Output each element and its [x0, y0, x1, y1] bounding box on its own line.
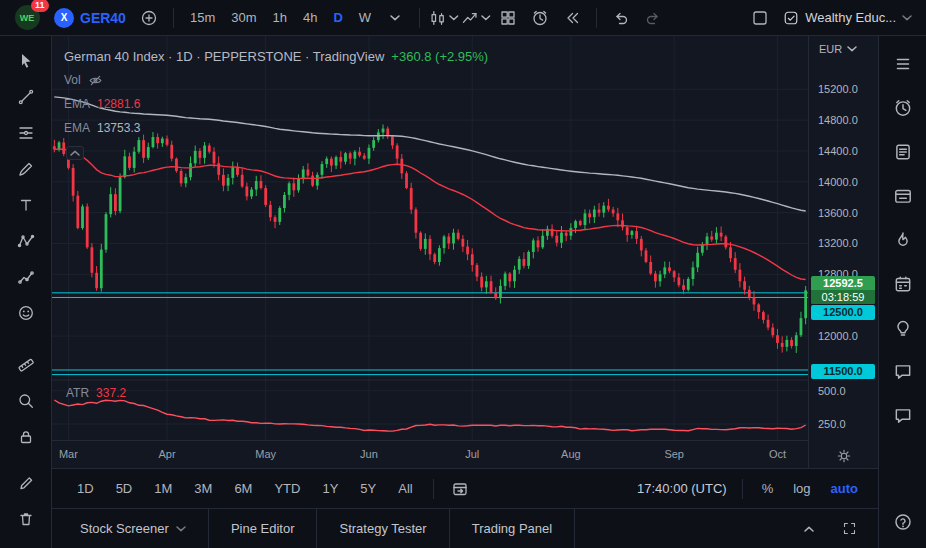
- panel-maximize-button[interactable]: [834, 515, 864, 543]
- xabcd-pattern-icon: [17, 232, 35, 250]
- chat-bubble-icon: [893, 406, 913, 426]
- range-ytd-button[interactable]: YTD: [265, 477, 309, 500]
- undo-button[interactable]: [606, 4, 636, 32]
- range-5d-button[interactable]: 5D: [107, 477, 142, 500]
- panel-tabs: Stock Screener Pine Editor Strategy Test…: [52, 508, 878, 548]
- multichart-layout-button[interactable]: [493, 4, 523, 32]
- calendar-button[interactable]: [885, 266, 921, 302]
- tab-stock-screener[interactable]: Stock Screener: [58, 509, 209, 548]
- timeframe-30m-button[interactable]: 30m: [224, 6, 263, 29]
- symbol-name: GER40: [80, 10, 126, 26]
- chevron-down-icon: [902, 15, 912, 21]
- tab-pine-editor[interactable]: Pine Editor: [209, 509, 318, 548]
- range-1m-button[interactable]: 1M: [145, 477, 181, 500]
- account-logo-button[interactable]: WE 11: [8, 4, 46, 32]
- layout-name-button[interactable]: Wealthy Educ...: [777, 7, 918, 29]
- measure-tool-button[interactable]: [9, 348, 43, 382]
- save-layout-button[interactable]: [745, 4, 775, 32]
- price-tick: 13600.0: [818, 206, 858, 220]
- timeframe-1d-button[interactable]: D: [326, 6, 349, 29]
- legend-volume-row[interactable]: Vol: [64, 68, 488, 92]
- toolbar-separator: [742, 479, 743, 499]
- alert-button[interactable]: [525, 4, 555, 32]
- clock-utc[interactable]: 17:40:00 (UTC): [637, 481, 727, 496]
- atr-legend[interactable]: ATR 337.2: [66, 386, 126, 400]
- chart-settings-button[interactable]: [836, 448, 852, 464]
- ruler-icon: [17, 356, 35, 374]
- range-1y-button[interactable]: 1Y: [313, 477, 347, 500]
- remove-drawings-button[interactable]: [9, 502, 43, 536]
- private-chat-button[interactable]: [885, 398, 921, 434]
- timeframe-1w-button[interactable]: W: [352, 6, 378, 29]
- lock-drawings-button[interactable]: [9, 420, 43, 454]
- scale-options-group: 17:40:00 (UTC) % log auto: [637, 477, 866, 500]
- brush-tool-button[interactable]: [9, 152, 43, 186]
- legend-title-row[interactable]: German 40 Index · 1D · PEPPERSTONE · Tra…: [64, 44, 488, 68]
- atr-value: 337.2: [96, 386, 126, 400]
- edit-drawings-button[interactable]: [9, 466, 43, 500]
- tab-label: Strategy Tester: [339, 521, 426, 536]
- gear-icon: [836, 448, 852, 464]
- bar-replay-button[interactable]: [557, 4, 587, 32]
- timeframe-1h-button[interactable]: 1h: [266, 6, 294, 29]
- timeframe-4h-button[interactable]: 4h: [296, 6, 324, 29]
- time-axis[interactable]: MarAprMayJunJulAugSepOct: [52, 440, 808, 468]
- panel-collapse-button[interactable]: [794, 515, 824, 543]
- price-tick: 14400.0: [818, 144, 858, 158]
- text-tool-button[interactable]: [9, 188, 43, 222]
- timeframe-dropdown-button[interactable]: [380, 4, 410, 32]
- ideas-button[interactable]: [885, 310, 921, 346]
- percent-scale-button[interactable]: %: [754, 477, 782, 500]
- chart-plot[interactable]: MarAprMayJunJulAugSepOct German 40 Index…: [52, 36, 808, 468]
- lightbulb-icon: [893, 318, 913, 338]
- fib-retracement-tool-button[interactable]: [9, 116, 43, 150]
- legend-collapse-button[interactable]: [66, 146, 84, 160]
- symbol-button[interactable]: X GER40: [48, 5, 132, 31]
- pattern-tool-button[interactable]: [9, 224, 43, 258]
- log-scale-button[interactable]: log: [785, 477, 818, 500]
- legend-ema1-row[interactable]: EMA 12881.6: [64, 92, 488, 116]
- range-3m-button[interactable]: 3M: [185, 477, 221, 500]
- range-5y-button[interactable]: 5Y: [351, 477, 385, 500]
- news-icon: [893, 142, 913, 162]
- legend-ema2-row[interactable]: EMA 13753.3: [64, 116, 488, 140]
- price-scale[interactable]: EUR 12592.5 03:18:59 12500.0 11500.0 152…: [808, 36, 878, 468]
- compare-add-button[interactable]: [134, 4, 164, 32]
- tab-strategy-tester[interactable]: Strategy Tester: [317, 509, 449, 548]
- zoom-tool-button[interactable]: [9, 384, 43, 418]
- chart-style-button[interactable]: [429, 4, 459, 32]
- chevron-down-icon: [449, 15, 459, 21]
- news-button[interactable]: [885, 134, 921, 170]
- help-button[interactable]: [885, 504, 921, 540]
- indicators-button[interactable]: [461, 4, 491, 32]
- toolbar-left-group: WE 11 X GER40 15m 30m 1h 4h D W: [8, 4, 668, 32]
- plus-circle-icon: [140, 9, 158, 27]
- range-all-button[interactable]: All: [389, 477, 421, 500]
- last-price-value: 12592.5: [811, 276, 875, 290]
- text-icon: [17, 196, 35, 214]
- public-chat-button[interactable]: [885, 354, 921, 390]
- trend-line-tool-button[interactable]: [9, 80, 43, 114]
- timeframe-15m-button[interactable]: 15m: [183, 6, 222, 29]
- top-toolbar: WE 11 X GER40 15m 30m 1h 4h D W: [0, 0, 926, 36]
- tradingview-app: WE 11 X GER40 15m 30m 1h 4h D W: [0, 0, 926, 548]
- redo-button[interactable]: [638, 4, 668, 32]
- data-window-button[interactable]: [885, 178, 921, 214]
- forecast-tool-button[interactable]: [9, 260, 43, 294]
- toolbar-separator: [419, 8, 420, 28]
- cursor-tool-button[interactable]: [9, 44, 43, 78]
- range-1d-button[interactable]: 1D: [68, 477, 103, 500]
- range-6m-button[interactable]: 6M: [225, 477, 261, 500]
- chevron-down-icon: [176, 526, 186, 532]
- goto-date-button[interactable]: [445, 475, 475, 503]
- alarm-clock-icon: [531, 9, 549, 27]
- tab-trading-panel[interactable]: Trading Panel: [450, 509, 575, 548]
- hotlists-button[interactable]: [885, 222, 921, 258]
- alerts-button[interactable]: [885, 90, 921, 126]
- expand-icon: [842, 521, 857, 536]
- watchlist-button[interactable]: [885, 46, 921, 82]
- emoji-tool-button[interactable]: [9, 296, 43, 330]
- auto-scale-button[interactable]: auto: [823, 477, 866, 500]
- currency-selector[interactable]: EUR: [819, 43, 857, 55]
- eye-off-icon[interactable]: [88, 73, 103, 88]
